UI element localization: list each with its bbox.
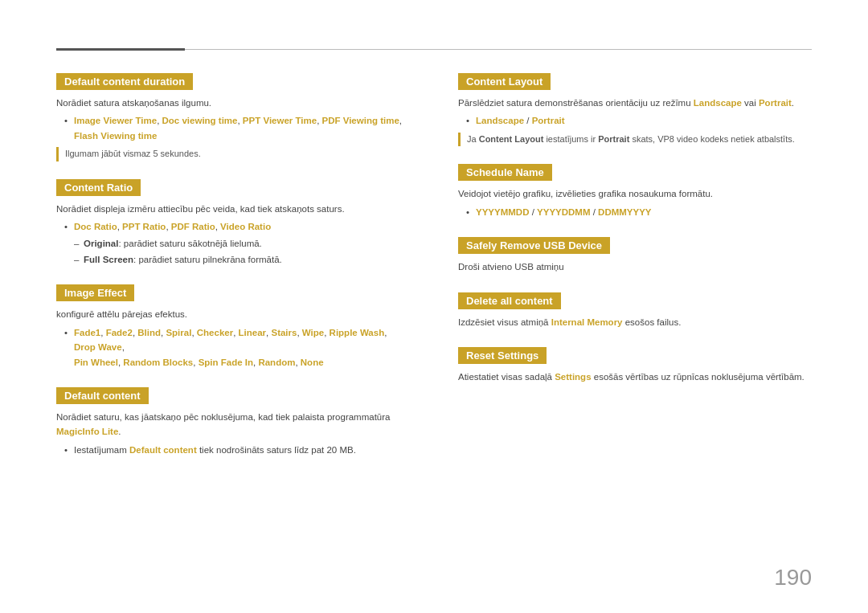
section-title-content-layout: Content Layout <box>458 73 551 90</box>
section-reset-settings: Reset Settings Atiestatiet visas sadaļā … <box>458 347 812 384</box>
highlight: Flash Viewing time <box>74 131 157 141</box>
list-item: Landscape / Portrait <box>466 113 812 128</box>
section-content-ratio: Content Ratio Norādiet displeja izmēru a… <box>56 179 410 268</box>
section-body-schedule-name: Veidojot vietējo grafiku, izvēlieties gr… <box>458 186 812 219</box>
section-title-default-content: Default content <box>56 387 149 404</box>
highlight: Stairs <box>271 328 297 337</box>
section-intro: Norādiet saturu, kas jāatskaņo pēc noklu… <box>56 410 410 439</box>
section-title-content-ratio: Content Ratio <box>56 179 141 196</box>
section-intro: Pārslēdziet satura demonstrēšanas orient… <box>458 96 812 110</box>
note-text: Ilgumam jābūt vismaz 5 sekundes. <box>65 149 201 158</box>
intro-text: Izdzēsiet visus atmiņā <box>458 317 551 327</box>
intro-text: Norādiet saturu, kas jāatskaņo pēc noklu… <box>56 412 391 422</box>
sub-list-item: Original: parādiet saturu sākotnējā liel… <box>74 236 410 251</box>
bullet-list: Landscape / Portrait <box>458 113 812 128</box>
highlight: Random Blocks <box>123 358 193 367</box>
note-highlight: Content Layout <box>479 134 544 144</box>
section-title-schedule-name: Schedule Name <box>458 164 552 181</box>
highlight: PDF Viewing time <box>322 116 399 125</box>
section-delete-all-content: Delete all content Izdzēsiet visus atmiņ… <box>458 292 812 329</box>
list-item: Fade1, Fade2, Blind, Spiral, Checker, Li… <box>64 325 410 370</box>
highlight: Portrait <box>759 98 792 108</box>
two-col-layout: Default content duration Norādiet satura… <box>56 73 812 475</box>
section-default-content: Default content Norādiet saturu, kas jāa… <box>56 387 410 457</box>
highlight: Drop Wave <box>74 342 122 352</box>
intro-end: esošās vērtības uz rūpnīcas noklusējuma … <box>592 372 805 382</box>
highlight: Spiral <box>166 328 191 337</box>
section-title-safely-remove-usb: Safely Remove USB Device <box>458 237 610 254</box>
bullet-list: Iestatījumam Default content tiek nodroš… <box>56 443 410 457</box>
section-intro: Atiestatiet visas sadaļā Settings esošās… <box>458 370 812 384</box>
section-safely-remove-usb: Safely Remove USB Device Droši atvieno U… <box>458 237 812 274</box>
section-intro: konfigurē attēlu pārejas efektus. <box>56 307 410 321</box>
section-intro: Droši atvieno USB atmiņu <box>458 260 812 274</box>
highlight: Checker <box>197 328 233 337</box>
sub-list-item: Full Screen: parādiet saturu pilnekrāna … <box>74 252 410 267</box>
highlight: Settings <box>555 372 591 382</box>
highlight: Portrait <box>532 116 565 125</box>
highlight: PDF Ratio <box>171 222 215 231</box>
divider-dark <box>56 48 185 51</box>
section-body-content-ratio: Norādiet displeja izmēru attiecību pēc v… <box>56 202 410 268</box>
section-body-image-effect: konfigurē attēlu pārejas efektus. Fade1,… <box>56 307 410 370</box>
section-image-effect: Image Effect konfigurē attēlu pārejas ef… <box>56 284 410 370</box>
highlight: Wipe <box>302 328 324 337</box>
highlight: Doc viewing time <box>162 116 238 125</box>
highlight: Doc Ratio <box>74 222 117 231</box>
highlight: MagicInfo Lite <box>56 427 118 436</box>
highlight: Fade2 <box>106 328 133 337</box>
bullet-list: Image Viewer Time, Doc viewing time, PPT… <box>56 113 410 143</box>
highlight: Ripple Wash <box>330 328 385 337</box>
highlight: Linear <box>239 328 267 337</box>
highlight: Landscape <box>694 98 742 108</box>
section-intro: Norādiet satura atskaņošanas ilgumu. <box>56 96 410 110</box>
section-body-delete-all-content: Izdzēsiet visus atmiņā Internal Memory e… <box>458 315 812 329</box>
section-intro: Veidojot vietējo grafiku, izvēlieties gr… <box>458 186 812 201</box>
highlight: PPT Viewer Time <box>243 116 317 125</box>
section-title-delete-all-content: Delete all content <box>458 292 561 309</box>
section-body-reset-settings: Atiestatiet visas sadaļā Settings esošās… <box>458 370 812 384</box>
highlight: Spin Fade In <box>199 358 253 367</box>
note-line: Ja Content Layout iestatījums ir Portrai… <box>458 133 812 147</box>
sub-item-label: Original <box>84 239 118 248</box>
right-column: Content Layout Pārslēdziet satura demons… <box>458 73 812 475</box>
section-schedule-name: Schedule Name Veidojot vietējo grafiku, … <box>458 164 812 219</box>
highlight: PPT Ratio <box>122 222 166 231</box>
section-intro: Izdzēsiet visus atmiņā Internal Memory e… <box>458 315 812 329</box>
page-number: 190 <box>774 565 812 591</box>
section-default-content-duration: Default content duration Norādiet satura… <box>56 73 410 161</box>
section-title-image-effect: Image Effect <box>56 284 134 301</box>
list-item: YYYYMMDD / YYYYDDMM / DDMMYYYY <box>466 205 812 219</box>
note-highlight2: Portrait <box>598 134 629 144</box>
intro-end: . <box>118 427 121 436</box>
page-container: Default content duration Norādiet satura… <box>0 0 868 507</box>
intro-end: esošos failus. <box>623 317 682 327</box>
left-column: Default content duration Norādiet satura… <box>56 73 410 475</box>
section-title-default-content-duration: Default content duration <box>56 73 193 90</box>
note-line: Ilgumam jābūt vismaz 5 sekundes. <box>56 147 410 161</box>
section-body-safely-remove-usb: Droši atvieno USB atmiņu <box>458 260 812 274</box>
highlight: Landscape <box>476 116 524 125</box>
section-body-content-layout: Pārslēdziet satura demonstrēšanas orient… <box>458 96 812 146</box>
bullet-list: YYYYMMDD / YYYYDDMM / DDMMYYYY <box>458 205 812 219</box>
divider-light <box>185 49 812 50</box>
section-title-reset-settings: Reset Settings <box>458 347 547 364</box>
highlight: Default content <box>129 445 197 455</box>
bullet-list: Fade1, Fade2, Blind, Spiral, Checker, Li… <box>56 325 410 370</box>
section-intro: Norādiet displeja izmēru attiecību pēc v… <box>56 202 410 216</box>
top-dividers <box>56 48 812 51</box>
sub-bullet-list: Original: parādiet saturu sākotnējā liel… <box>56 236 410 268</box>
highlight: None <box>301 358 324 367</box>
intro-text: Atiestatiet visas sadaļā <box>458 372 555 382</box>
highlight: Internal Memory <box>551 317 623 327</box>
highlight: Video Ratio <box>220 222 271 231</box>
highlight: Fade1 <box>74 328 100 337</box>
highlight: Random <box>258 358 295 367</box>
sub-item-label: Full Screen <box>84 255 133 264</box>
list-item: Doc Ratio, PPT Ratio, PDF Ratio, Video R… <box>64 219 410 234</box>
highlight: Pin Wheel <box>74 358 118 367</box>
highlight: Blind <box>137 328 161 337</box>
section-content-layout: Content Layout Pārslēdziet satura demons… <box>458 73 812 146</box>
list-item: Iestatījumam Default content tiek nodroš… <box>64 443 410 457</box>
highlight: Image Viewer Time <box>74 116 157 125</box>
